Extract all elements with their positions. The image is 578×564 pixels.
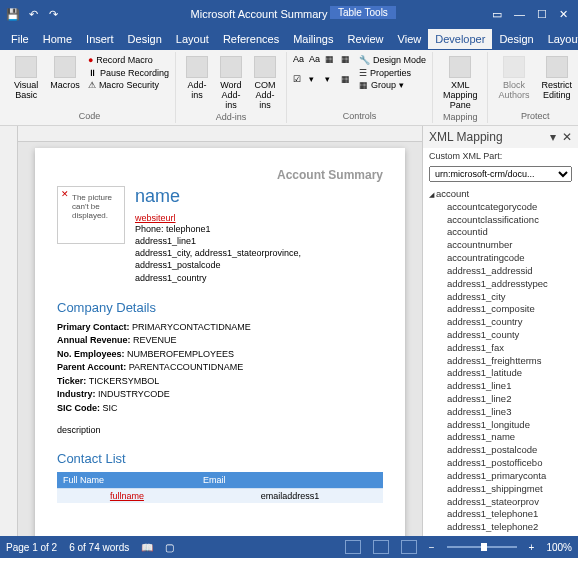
xml-node[interactable]: address1_composite <box>435 303 578 316</box>
control-picture-icon[interactable]: ▦ <box>325 54 339 72</box>
com-addins-button[interactable]: COM Add-ins <box>250 54 280 112</box>
horizontal-ruler[interactable] <box>18 126 422 142</box>
xml-node[interactable]: accountcategorycode <box>435 201 578 214</box>
tab-references[interactable]: References <box>216 29 286 49</box>
addr-line2[interactable]: address1_city, address1_stateorprovince, <box>135 247 383 259</box>
tab-design[interactable]: Design <box>121 29 169 49</box>
control-buildingblock-icon[interactable]: ▦ <box>341 54 355 72</box>
employees-field[interactable]: NUMBEROFEMPLOYEES <box>127 349 234 359</box>
zoom-in-icon[interactable]: + <box>529 542 535 553</box>
addins-button[interactable]: Add- ins <box>182 54 212 112</box>
control-checkbox-icon[interactable]: ☑ <box>293 74 307 92</box>
ticker-field[interactable]: TICKERSYMBOL <box>89 376 160 386</box>
xml-mapping-pane-button[interactable]: XML Mapping Pane <box>439 54 482 112</box>
xml-node[interactable]: address1_telephone1 <box>435 508 578 521</box>
tab-review[interactable]: Review <box>341 29 391 49</box>
record-macro-button[interactable]: ●Record Macro <box>88 54 169 67</box>
tab-mailings[interactable]: Mailings <box>286 29 340 49</box>
xml-node[interactable]: address1_line3 <box>435 406 578 419</box>
primary-contact-field[interactable]: PRIMARYCONTACTIDNAME <box>132 322 251 332</box>
xml-node[interactable]: accountnumber <box>435 239 578 252</box>
macro-rec-icon[interactable]: ▢ <box>165 542 174 553</box>
xml-node[interactable]: address1_longitude <box>435 419 578 432</box>
xml-node[interactable]: address1_addresstypec <box>435 278 578 291</box>
table-row[interactable]: fullname emailaddress1 <box>57 489 383 504</box>
save-icon[interactable]: 💾 <box>4 5 22 23</box>
addr-line3[interactable]: address1_postalcode <box>135 259 383 271</box>
xml-node[interactable]: address1_telephone3 <box>435 534 578 536</box>
view-read-icon[interactable] <box>345 540 361 554</box>
tab-file[interactable]: File <box>4 29 36 49</box>
properties-button[interactable]: ☰Properties <box>359 67 426 80</box>
xml-node[interactable]: address1_latitude <box>435 367 578 380</box>
page[interactable]: Account Summary The picture can't be dis… <box>35 148 405 536</box>
tab-insert[interactable]: Insert <box>79 29 121 49</box>
xml-node[interactable]: accountid <box>435 226 578 239</box>
spellcheck-icon[interactable]: 📖 <box>141 542 153 553</box>
view-print-icon[interactable] <box>373 540 389 554</box>
status-words[interactable]: 6 of 74 words <box>69 542 129 553</box>
xml-node[interactable]: address1_shippingmet <box>435 483 578 496</box>
fullname-field[interactable]: fullname <box>110 491 144 501</box>
xml-node[interactable]: address1_postalcode <box>435 444 578 457</box>
revenue-field[interactable]: REVENUE <box>133 335 177 345</box>
control-date-icon[interactable]: ▦ <box>341 74 355 92</box>
xml-node[interactable]: address1_city <box>435 291 578 304</box>
zoom-level[interactable]: 100% <box>546 542 572 553</box>
control-combobox-icon[interactable]: ▾ <box>309 74 323 92</box>
tab-layout[interactable]: Layout <box>169 29 216 49</box>
xml-node[interactable]: address1_name <box>435 431 578 444</box>
website-field[interactable]: websiteurl <box>135 213 383 223</box>
tab-table-layout[interactable]: Layout <box>541 29 578 49</box>
tab-view[interactable]: View <box>391 29 429 49</box>
pane-dropdown-icon[interactable]: ▾ <box>550 130 556 144</box>
group-button[interactable]: ▦Group▾ <box>359 79 426 92</box>
ribbon-options-icon[interactable]: ▭ <box>492 8 502 21</box>
zoom-out-icon[interactable]: − <box>429 542 435 553</box>
xml-node[interactable]: address1_freightterms <box>435 355 578 368</box>
maximize-icon[interactable]: ☐ <box>537 8 547 21</box>
status-page[interactable]: Page 1 of 2 <box>6 542 57 553</box>
xml-node[interactable]: address1_county <box>435 329 578 342</box>
xml-root-node[interactable]: account <box>429 188 578 201</box>
xml-node[interactable]: address1_fax <box>435 342 578 355</box>
macro-security-button[interactable]: ⚠Macro Security <box>88 79 169 92</box>
tab-home[interactable]: Home <box>36 29 79 49</box>
pane-close-icon[interactable]: ✕ <box>562 130 572 144</box>
phone-field[interactable]: Phone: telephone1 <box>135 223 383 235</box>
pause-recording-button[interactable]: ⏸Pause Recording <box>88 67 169 80</box>
contact-table[interactable]: Full Name Email fullname emailaddress1 <box>57 472 383 503</box>
parent-account-field[interactable]: PARENTACCOUNTIDNAME <box>129 362 244 372</box>
addr-country[interactable]: address1_country <box>135 272 383 284</box>
xml-node[interactable]: address1_primaryconta <box>435 470 578 483</box>
visual-basic-button[interactable]: Visual Basic <box>10 54 42 102</box>
document-area[interactable]: Account Summary The picture can't be dis… <box>18 126 422 536</box>
word-addins-button[interactable]: Word Add-ins <box>216 54 246 112</box>
xml-node[interactable]: address1_telephone2 <box>435 521 578 534</box>
zoom-slider[interactable] <box>447 546 517 548</box>
xml-node[interactable]: accountclassificationc <box>435 214 578 227</box>
minimize-icon[interactable]: — <box>514 8 525 21</box>
xml-node[interactable]: address1_addressid <box>435 265 578 278</box>
control-richtext-icon[interactable]: Aa <box>293 54 307 72</box>
macros-button[interactable]: Macros <box>46 54 84 102</box>
xml-node[interactable]: address1_line1 <box>435 380 578 393</box>
view-web-icon[interactable] <box>401 540 417 554</box>
close-icon[interactable]: ✕ <box>559 8 568 21</box>
name-field[interactable]: name <box>135 186 383 207</box>
control-plaintext-icon[interactable]: Aa <box>309 54 323 72</box>
addr-line1[interactable]: address1_line1 <box>135 235 383 247</box>
xml-node[interactable]: accountratingcode <box>435 252 578 265</box>
xml-tree[interactable]: account accountcategorycodeaccountclassi… <box>423 186 578 536</box>
sic-field[interactable]: SIC <box>103 403 118 413</box>
picture-placeholder[interactable]: The picture can't be displayed. <box>57 186 125 244</box>
tab-developer[interactable]: Developer <box>428 29 492 49</box>
email-field[interactable]: emailaddress1 <box>261 491 320 501</box>
industry-field[interactable]: INDUSTRYCODE <box>98 389 170 399</box>
block-authors-button[interactable]: Block Authors <box>494 54 533 102</box>
undo-icon[interactable]: ↶ <box>24 5 42 23</box>
vertical-ruler[interactable] <box>0 126 18 536</box>
tab-table-design[interactable]: Design <box>492 29 540 49</box>
xml-node[interactable]: address1_stateorprov <box>435 496 578 509</box>
description-field[interactable]: description <box>57 425 383 435</box>
